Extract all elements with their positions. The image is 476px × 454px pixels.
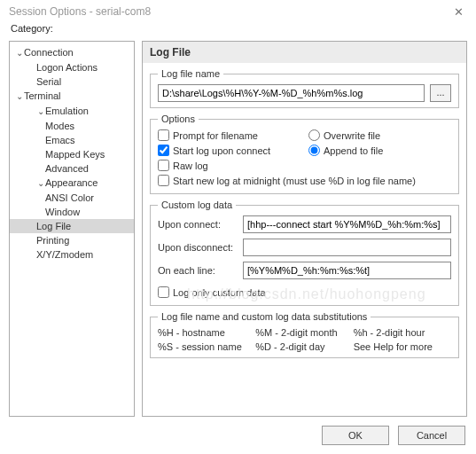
window-title: Session Options - serial-com8	[9, 5, 151, 18]
tree-printing[interactable]: Printing	[10, 233, 134, 247]
chevron-down-icon: ⌄	[36, 176, 45, 191]
tree-xyzmodem[interactable]: X/Y/Zmodem	[10, 247, 134, 262]
overwrite-radio[interactable]: Overwrite file	[308, 129, 451, 141]
tree-logon-actions[interactable]: Logon Actions	[10, 60, 134, 74]
cancel-button[interactable]: Cancel	[398, 426, 465, 445]
upon-disconnect-label: Upon disconnect:	[158, 242, 243, 253]
substitutions-group: Log file name and custom log data substi…	[150, 311, 459, 358]
panel-title: Log File	[143, 42, 466, 63]
log-file-name-legend: Log file name	[158, 68, 223, 79]
log-only-custom-checkbox[interactable]: Log only custom data	[158, 286, 451, 298]
close-icon[interactable]: ✕	[449, 4, 469, 20]
each-line-input[interactable]	[243, 262, 451, 279]
append-radio[interactable]: Append to file	[308, 145, 451, 156]
sub-h-upper: %H - hostname	[158, 327, 255, 338]
upon-connect-label: Upon connect:	[158, 219, 243, 230]
tree-modes[interactable]: Modes	[10, 119, 134, 133]
each-line-label: On each line:	[158, 265, 243, 276]
tree-advanced[interactable]: Advanced	[10, 161, 134, 176]
log-file-path-input[interactable]	[158, 84, 425, 102]
tree-log-file[interactable]: Log File	[10, 219, 134, 233]
options-group: Options Prompt for filename Overwrite fi…	[150, 114, 459, 194]
sub-help: See Help for more	[354, 341, 451, 352]
ok-button[interactable]: OK	[322, 426, 389, 445]
chevron-down-icon: ⌄	[36, 105, 45, 119]
tree-connection[interactable]: ⌄Connection	[10, 45, 134, 60]
tree-serial[interactable]: Serial	[10, 74, 134, 89]
settings-panel: http://blog.csdn.net/huohongpeng Log Fil…	[142, 41, 467, 417]
tree-appearance[interactable]: ⌄Appearance	[10, 176, 134, 191]
upon-disconnect-input[interactable]	[243, 239, 451, 256]
sub-d-upper: %D - 2-digit day	[255, 341, 353, 352]
substitutions-legend: Log file name and custom log data substi…	[158, 311, 371, 322]
browse-button[interactable]: ...	[430, 84, 451, 102]
tree-window[interactable]: Window	[10, 205, 134, 219]
tree-ansi-color[interactable]: ANSI Color	[10, 191, 134, 205]
sub-h-lower: %h - 2-digit hour	[354, 327, 451, 338]
midnight-checkbox[interactable]: Start new log at midnight (must use %D i…	[158, 175, 451, 186]
sub-m-upper: %M - 2-digit month	[255, 327, 353, 338]
raw-log-checkbox[interactable]: Raw log	[158, 160, 451, 171]
prompt-filename-checkbox[interactable]: Prompt for filename	[158, 129, 308, 141]
tree-emacs[interactable]: Emacs	[10, 133, 134, 147]
tree-emulation[interactable]: ⌄Emulation	[10, 104, 134, 119]
tree-terminal[interactable]: ⌄Terminal	[10, 89, 134, 104]
chevron-down-icon: ⌄	[15, 90, 24, 104]
start-on-connect-checkbox[interactable]: Start log upon connect	[158, 145, 308, 156]
sub-s-upper: %S - session name	[158, 341, 255, 352]
category-label: Category:	[9, 23, 467, 37]
custom-log-group: Custom log data Upon connect: Upon disco…	[150, 200, 459, 306]
options-legend: Options	[158, 114, 199, 124]
upon-connect-input[interactable]	[243, 215, 451, 233]
custom-log-legend: Custom log data	[158, 200, 236, 210]
chevron-down-icon: ⌄	[15, 46, 24, 60]
log-file-name-group: Log file name ...	[150, 68, 459, 108]
category-tree: ⌄Connection Logon Actions Serial ⌄Termin…	[9, 41, 135, 417]
tree-mapped-keys[interactable]: Mapped Keys	[10, 147, 134, 161]
